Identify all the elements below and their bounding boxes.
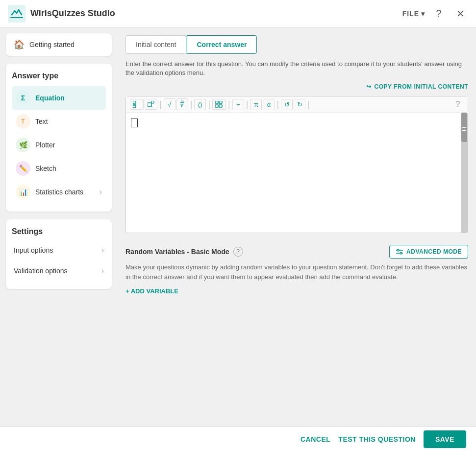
math-cursor	[131, 119, 138, 127]
test-this-question-button[interactable]: TEST THIS QUESTION	[338, 435, 416, 443]
undo-icon: ↺	[284, 101, 290, 108]
scrollbar-thumb[interactable]	[461, 113, 467, 142]
svg-rect-3	[133, 105, 136, 108]
svg-rect-9	[219, 105, 222, 107]
validation-options-label: Validation options	[14, 267, 67, 275]
sidebar-item-statistics-charts[interactable]: 📊 Statistics charts ›	[12, 180, 106, 204]
matrix-icon	[215, 101, 223, 108]
divide-icon: ÷	[236, 101, 240, 108]
plotter-label: Plotter	[35, 141, 55, 149]
math-matrix-button[interactable]	[212, 99, 226, 110]
title-bar-right: FILE ▾ ? ✕	[402, 6, 468, 22]
scrollbar-grip	[462, 127, 466, 131]
bottom-bar: CANCEL TEST THIS QUESTION SAVE	[0, 427, 476, 451]
pi-icon: π	[254, 101, 258, 108]
math-superscript-button[interactable]	[145, 99, 157, 110]
close-icon: ✕	[456, 8, 465, 20]
equation-icon: Σ	[16, 91, 30, 105]
cancel-button[interactable]: CANCEL	[301, 435, 330, 443]
app-logo-icon	[8, 5, 25, 23]
copy-refresh-icon: ↪	[366, 83, 372, 90]
svg-rect-1	[133, 101, 136, 103]
advanced-mode-button[interactable]: ADVANCED MODE	[389, 245, 468, 259]
math-alpha-button[interactable]: α	[263, 99, 275, 110]
validation-options-chevron-icon: ›	[101, 266, 104, 275]
toolbar-separator-7: |	[307, 99, 310, 110]
math-undo-button[interactable]: ↺	[281, 99, 293, 110]
math-toolbar: | √ ∜ | () |	[126, 96, 468, 113]
getting-started-label: Getting started	[29, 41, 75, 48]
fraction-icon	[133, 101, 141, 108]
sidebar-item-sketch[interactable]: ✏️ Sketch	[12, 157, 106, 180]
toolbar-separator-3: |	[208, 99, 210, 110]
getting-started-button[interactable]: 🏠 Getting started	[6, 33, 112, 56]
svg-point-12	[397, 249, 399, 251]
tab-initial-content[interactable]: Initial content	[125, 35, 187, 54]
svg-rect-4	[148, 103, 151, 107]
math-divide-button[interactable]: ÷	[232, 99, 244, 110]
save-button[interactable]: SAVE	[424, 430, 466, 448]
input-options-button[interactable]: Input options ›	[12, 240, 106, 261]
random-variables-help-button[interactable]: ?	[233, 247, 243, 257]
plotter-icon: 🌿	[16, 138, 30, 152]
math-editor: | √ ∜ | () |	[125, 96, 468, 233]
sidebar-item-equation[interactable]: Σ Equation	[12, 86, 106, 110]
svg-rect-8	[215, 105, 218, 107]
random-variables-header: Random Variables - Basic Mode ? ADVANCED…	[125, 245, 468, 259]
sidebar-item-plotter[interactable]: 🌿 Plotter	[12, 133, 106, 157]
tabs: Initial content Correct answer	[125, 35, 468, 54]
help-button[interactable]: ?	[431, 6, 447, 22]
toolbar-separator-1: |	[159, 99, 162, 110]
equation-label: Equation	[35, 94, 65, 102]
title-bar-left: WirisQuizzes Studio	[8, 5, 115, 23]
random-variables-description: Make your questions dymanic by adding ra…	[125, 262, 468, 282]
math-help-button[interactable]: ?	[452, 98, 464, 110]
nthroot-icon: ∜	[180, 100, 184, 108]
main-layout: 🏠 Getting started Answer type Σ Equation…	[0, 27, 476, 427]
text-label: Text	[35, 118, 48, 125]
settings-section: Settings Input options › Validation opti…	[6, 219, 112, 289]
input-options-label: Input options	[14, 246, 53, 254]
add-variable-button[interactable]: + ADD VARIABLE	[125, 287, 178, 295]
sketch-label: Sketch	[35, 165, 56, 172]
content-area: Initial content Correct answer Enter the…	[118, 27, 476, 427]
tab-correct-answer[interactable]: Correct answer	[187, 35, 257, 54]
input-options-chevron-icon: ›	[101, 246, 104, 255]
svg-rect-7	[219, 101, 222, 103]
help-icon: ?	[436, 8, 441, 19]
editor-body	[126, 113, 468, 233]
answer-type-title: Answer type	[12, 71, 106, 80]
math-nthroot-button[interactable]: ∜	[176, 98, 188, 110]
math-input-area[interactable]	[126, 113, 461, 233]
svg-rect-5	[151, 101, 154, 103]
toolbar-separator-5: |	[246, 99, 249, 110]
chevron-down-icon: ▾	[421, 10, 425, 18]
math-redo-button[interactable]: ↻	[294, 99, 305, 110]
sketch-icon: ✏️	[16, 161, 30, 176]
home-icon: 🏠	[14, 39, 25, 50]
math-parentheses-button[interactable]: ()	[194, 99, 206, 110]
statistics-icon: 📊	[16, 185, 30, 199]
settings-title: Settings	[12, 227, 106, 236]
file-menu-button[interactable]: FILE ▾	[402, 10, 425, 18]
superscript-icon	[148, 101, 154, 108]
random-variables-title: Random Variables - Basic Mode ?	[125, 247, 243, 257]
random-variables-section: Random Variables - Basic Mode ? ADVANCED…	[125, 239, 468, 301]
toolbar-separator-2: |	[190, 99, 193, 110]
close-button[interactable]: ✕	[452, 6, 468, 22]
advanced-mode-icon	[396, 248, 403, 255]
validation-options-button[interactable]: Validation options ›	[12, 261, 106, 281]
math-pi-button[interactable]: π	[250, 99, 262, 110]
sqrt-icon: √	[168, 100, 172, 108]
parentheses-icon: ()	[198, 101, 202, 108]
math-fraction-button[interactable]	[130, 99, 144, 110]
svg-rect-6	[215, 101, 218, 103]
sidebar-item-text[interactable]: T Text	[12, 110, 106, 133]
copy-from-initial-content-button[interactable]: ↪ COPY FROM INITIAL CONTENT	[366, 83, 468, 90]
math-help-icon: ?	[456, 100, 460, 109]
math-sqrt-button[interactable]: √	[164, 98, 175, 110]
redo-icon: ↻	[297, 101, 302, 108]
editor-scrollbar[interactable]	[461, 113, 468, 233]
chevron-right-icon: ›	[100, 188, 102, 196]
toolbar-separator-4: |	[228, 99, 230, 110]
